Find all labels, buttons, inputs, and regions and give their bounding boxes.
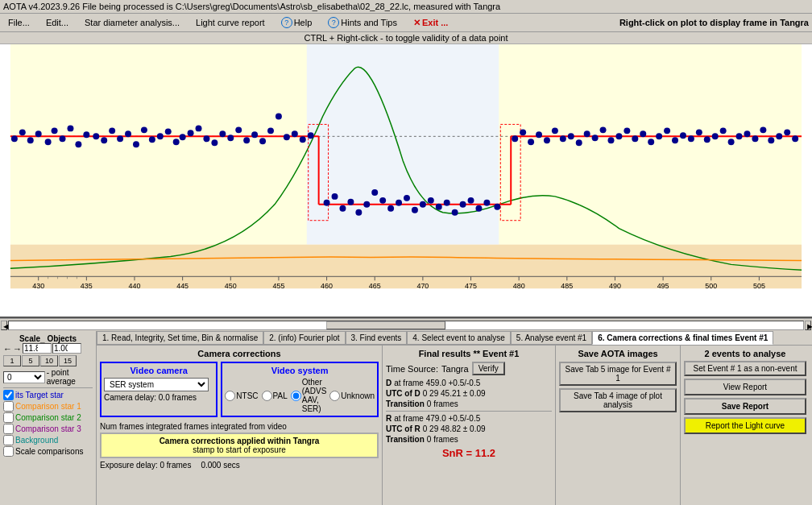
events-title: 2 events to analyse — [684, 349, 806, 358]
svg-point-117 — [568, 133, 574, 139]
svg-rect-2 — [307, 44, 499, 245]
comp-star-2-checkbox[interactable] — [3, 412, 14, 423]
time-source-label: Time Source: — [386, 364, 438, 374]
camera-panel-title: Camera corrections — [100, 349, 379, 358]
scale-comparisons-checkbox[interactable] — [3, 446, 14, 457]
video-system-section: Video system NTSC PAL — [221, 362, 379, 417]
svg-point-110 — [512, 135, 518, 142]
star-diameter-menu[interactable]: Star diameter analysis... — [80, 16, 184, 29]
stamp-text: stamp to start of exposure — [104, 445, 375, 454]
svg-point-137 — [728, 139, 735, 145]
events-panel: 2 events to analyse Set Event # 1 as a n… — [681, 346, 810, 505]
scale-input-2[interactable] — [52, 343, 81, 354]
help-menu[interactable]: ? Help — [276, 15, 317, 30]
hints-tips-menu[interactable]: ? Hints and Tips — [323, 15, 402, 30]
scale-input-1[interactable] — [23, 343, 52, 354]
svg-point-97 — [396, 200, 402, 206]
btn-15[interactable]: 15 — [59, 355, 77, 366]
svg-point-66 — [141, 126, 147, 133]
ntsc-radio[interactable] — [225, 391, 235, 401]
btn-1[interactable]: 1 — [3, 355, 21, 366]
comp-star-1-checkbox[interactable] — [3, 401, 14, 412]
svg-point-128 — [656, 133, 662, 139]
tab-1[interactable]: 1. Read, Integrity, Set time, Bin & norm… — [97, 331, 263, 345]
chart-scrollbar[interactable]: ◄ ► — [0, 318, 812, 331]
hint-bar: CTRL + Right-click - to toggle validity … — [0, 32, 812, 44]
other-radio[interactable] — [291, 391, 301, 401]
tab-5[interactable]: 5. Analyse event #1 — [511, 331, 592, 345]
svg-text:435: 435 — [81, 282, 93, 290]
svg-point-118 — [576, 139, 582, 146]
svg-point-104 — [452, 209, 458, 216]
svg-point-103 — [444, 200, 450, 206]
set-event1-button[interactable]: Set Event # 1 as a non-event — [684, 361, 806, 376]
title-bar: AOTA v4.2023.9.26 File being processed i… — [0, 0, 812, 14]
btn-5[interactable]: 5 — [22, 355, 39, 366]
pal-option[interactable]: PAL — [262, 391, 288, 401]
svg-text:440: 440 — [129, 282, 141, 290]
video-camera-section: Video camera SER system Other camera Cam… — [100, 362, 218, 417]
right-click-hint: Right-click on plot to display frame in … — [619, 18, 809, 27]
svg-text:505: 505 — [753, 282, 765, 290]
tab-2[interactable]: 2. (info) Fourier plot — [263, 331, 345, 345]
verify-button[interactable]: Verify — [472, 362, 505, 375]
background-checkbox[interactable] — [3, 435, 14, 445]
scroll-right-btn[interactable]: ► — [805, 321, 811, 330]
svg-point-75 — [211, 139, 218, 146]
svg-text:465: 465 — [369, 282, 381, 290]
file-menu[interactable]: File... — [3, 16, 35, 29]
exit-menu[interactable]: ✕ Exit ... — [408, 16, 453, 30]
comp-star-3-checkbox[interactable] — [3, 424, 14, 434]
svg-point-99 — [412, 207, 418, 213]
arrow-right-icon[interactable]: → — [13, 344, 22, 354]
help-icon: ? — [281, 17, 292, 28]
svg-point-141 — [760, 126, 766, 133]
unknown-option[interactable]: Unknown — [329, 391, 375, 401]
edit-menu[interactable]: Edit... — [41, 16, 73, 29]
svg-point-83 — [276, 113, 282, 119]
svg-text:495: 495 — [657, 282, 669, 290]
results-title: Final results ** Event #1 — [386, 349, 552, 358]
tab-4[interactable]: 4. Select event to analyse — [407, 331, 511, 345]
save-tab4-button[interactable]: Save Tab 4 image of plot analysis — [559, 388, 677, 412]
ntsc-option[interactable]: NTSC — [225, 391, 258, 401]
pal-radio[interactable] — [262, 391, 272, 401]
unknown-radio[interactable] — [329, 391, 340, 401]
target-star-checkbox[interactable] — [3, 390, 14, 400]
svg-point-57 — [67, 125, 73, 131]
save-report-button[interactable]: Save Report — [684, 398, 806, 415]
view-report-button[interactable]: View Report — [684, 379, 806, 395]
chart-area[interactable]: 430 435 440 445 450 455 460 465 470 475 … — [0, 44, 812, 318]
svg-point-130 — [672, 137, 678, 143]
tab-3[interactable]: 3. Find events — [346, 331, 408, 345]
svg-point-90 — [339, 205, 346, 212]
report-light-curve-button[interactable]: Report the Light curve — [684, 417, 806, 434]
svg-point-68 — [157, 133, 164, 139]
utc-d-label: UTC of D — [386, 389, 420, 398]
svg-text:500: 500 — [705, 282, 717, 290]
btn-10[interactable]: 10 — [40, 355, 58, 366]
svg-point-58 — [75, 141, 81, 147]
arrow-left-icon[interactable]: ← — [3, 344, 12, 354]
tab-6[interactable]: 6. Camera corrections & final times Even… — [592, 331, 773, 345]
svg-point-70 — [173, 139, 180, 145]
other-option[interactable]: Other(ADVSAAV, SER) — [291, 378, 327, 413]
scroll-thumb[interactable] — [326, 321, 445, 329]
svg-point-135 — [712, 133, 719, 139]
from-video-label: from video — [249, 422, 287, 431]
scroll-track[interactable] — [8, 321, 804, 330]
comp-star-1-label: Comparison star 1 — [15, 402, 81, 411]
svg-point-112 — [528, 139, 534, 145]
svg-point-81 — [259, 138, 266, 144]
light-curve-report-menu[interactable]: Light curve report — [191, 16, 270, 29]
video-camera-select[interactable]: SER system Other camera — [104, 378, 209, 391]
save-tab5-button[interactable]: Save Tab 5 image for Event # 1 — [559, 362, 677, 386]
camera-delay-text: Camera delay: 0.0 frames — [104, 393, 213, 402]
scroll-left-btn[interactable]: ◄ — [1, 321, 7, 330]
point-avg-select[interactable]: 0 — [3, 371, 45, 383]
light-curve-chart: 430 435 440 445 450 455 460 465 470 475 … — [0, 44, 812, 317]
svg-point-144 — [784, 129, 790, 135]
time-source-row: Time Source: Tangra Verify — [386, 362, 552, 375]
svg-point-101 — [428, 197, 434, 204]
comp-star-2-label: Comparison star 2 — [15, 413, 81, 422]
